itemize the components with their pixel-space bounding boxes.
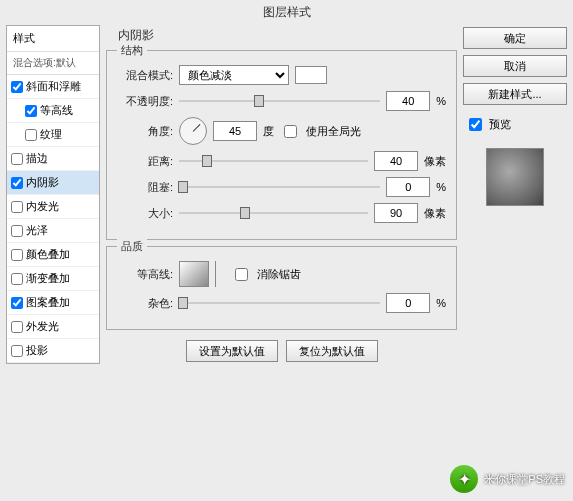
preview-checkbox[interactable] <box>469 118 482 131</box>
sidebar-checkbox-5[interactable] <box>11 201 23 213</box>
opacity-unit: % <box>436 95 446 107</box>
cancel-button[interactable]: 取消 <box>463 55 567 77</box>
opacity-slider[interactable] <box>179 93 380 109</box>
size-label: 大小: <box>117 206 173 221</box>
antialias-checkbox[interactable] <box>235 268 248 281</box>
preview-label: 预览 <box>489 117 511 132</box>
structure-legend: 结构 <box>117 43 147 58</box>
sidebar-checkbox-3[interactable] <box>11 153 23 165</box>
quality-group: 品质 等高线: 消除锯齿 杂色: % <box>106 246 457 330</box>
sidebar-checkbox-9[interactable] <box>11 297 23 309</box>
quality-legend: 品质 <box>117 239 147 254</box>
noise-unit: % <box>436 297 446 309</box>
ok-button[interactable]: 确定 <box>463 27 567 49</box>
sidebar-item-0[interactable]: 斜面和浮雕 <box>7 75 99 99</box>
sidebar-item-11[interactable]: 投影 <box>7 339 99 363</box>
sidebar-item-5[interactable]: 内发光 <box>7 195 99 219</box>
panel-title: 内阴影 <box>118 27 457 44</box>
sidebar-item-2[interactable]: 纹理 <box>7 123 99 147</box>
blendmode-label: 混合模式: <box>117 68 173 83</box>
sidebar-checkbox-8[interactable] <box>11 273 23 285</box>
noise-slider[interactable] <box>179 295 380 311</box>
choke-label: 阻塞: <box>117 180 173 195</box>
structure-group: 结构 混合模式: 颜色减淡 不透明度: % 角度: 度 使用全局光 <box>106 50 457 240</box>
preview-thumbnail <box>486 148 544 206</box>
sidebar-checkbox-11[interactable] <box>11 345 23 357</box>
watermark: ✦ 米你课堂PS教程 <box>450 465 565 493</box>
sidebar-checkbox-4[interactable] <box>11 177 23 189</box>
sidebar-label-0: 斜面和浮雕 <box>26 79 81 94</box>
angle-unit: 度 <box>263 124 274 139</box>
wechat-icon: ✦ <box>450 465 478 493</box>
styles-sidebar: 样式 混合选项:默认 斜面和浮雕等高线纹理描边内阴影内发光光泽颜色叠加渐变叠加图… <box>6 25 100 364</box>
reset-default-button[interactable]: 复位为默认值 <box>286 340 378 362</box>
sidebar-item-8[interactable]: 渐变叠加 <box>7 267 99 291</box>
size-slider[interactable] <box>179 205 368 221</box>
dialog-title: 图层样式 <box>0 0 573 25</box>
sidebar-label-2: 纹理 <box>40 127 62 142</box>
sidebar-label-10: 外发光 <box>26 319 59 334</box>
sidebar-checkbox-2[interactable] <box>25 129 37 141</box>
blend-options[interactable]: 混合选项:默认 <box>7 52 99 75</box>
sidebar-item-7[interactable]: 颜色叠加 <box>7 243 99 267</box>
sidebar-label-3: 描边 <box>26 151 48 166</box>
sidebar-checkbox-6[interactable] <box>11 225 23 237</box>
distance-slider[interactable] <box>179 153 368 169</box>
distance-input[interactable] <box>374 151 418 171</box>
noise-label: 杂色: <box>117 296 173 311</box>
antialias-label: 消除锯齿 <box>257 267 301 282</box>
sidebar-item-9[interactable]: 图案叠加 <box>7 291 99 315</box>
sidebar-item-3[interactable]: 描边 <box>7 147 99 171</box>
sidebar-label-1: 等高线 <box>40 103 73 118</box>
sidebar-item-6[interactable]: 光泽 <box>7 219 99 243</box>
distance-label: 距离: <box>117 154 173 169</box>
choke-slider[interactable] <box>179 179 380 195</box>
set-default-button[interactable]: 设置为默认值 <box>186 340 278 362</box>
sidebar-label-4: 内阴影 <box>26 175 59 190</box>
sidebar-header: 样式 <box>7 26 99 52</box>
choke-input[interactable] <box>386 177 430 197</box>
sidebar-label-9: 图案叠加 <box>26 295 70 310</box>
size-input[interactable] <box>374 203 418 223</box>
angle-input[interactable] <box>213 121 257 141</box>
opacity-input[interactable] <box>386 91 430 111</box>
contour-label: 等高线: <box>117 267 173 282</box>
sidebar-label-8: 渐变叠加 <box>26 271 70 286</box>
right-panel: 确定 取消 新建样式... 预览 <box>463 25 567 364</box>
angle-label: 角度: <box>117 124 173 139</box>
choke-unit: % <box>436 181 446 193</box>
watermark-text: 米你课堂PS教程 <box>484 472 565 487</box>
sidebar-item-4[interactable]: 内阴影 <box>7 171 99 195</box>
global-light-label: 使用全局光 <box>306 124 361 139</box>
sidebar-item-10[interactable]: 外发光 <box>7 315 99 339</box>
size-unit: 像素 <box>424 206 446 221</box>
blendmode-select[interactable]: 颜色减淡 <box>179 65 289 85</box>
sidebar-checkbox-7[interactable] <box>11 249 23 261</box>
opacity-label: 不透明度: <box>117 94 173 109</box>
angle-dial[interactable] <box>179 117 207 145</box>
sidebar-label-6: 光泽 <box>26 223 48 238</box>
sidebar-checkbox-0[interactable] <box>11 81 23 93</box>
distance-unit: 像素 <box>424 154 446 169</box>
sidebar-label-11: 投影 <box>26 343 48 358</box>
sidebar-item-1[interactable]: 等高线 <box>7 99 99 123</box>
sidebar-checkbox-1[interactable] <box>25 105 37 117</box>
main-panel: 内阴影 结构 混合模式: 颜色减淡 不透明度: % 角度: 度 使用全局光 <box>106 25 457 364</box>
contour-dropdown-icon[interactable] <box>215 261 225 287</box>
sidebar-label-5: 内发光 <box>26 199 59 214</box>
sidebar-label-7: 颜色叠加 <box>26 247 70 262</box>
contour-picker[interactable] <box>179 261 209 287</box>
color-swatch[interactable] <box>295 66 327 84</box>
noise-input[interactable] <box>386 293 430 313</box>
global-light-checkbox[interactable] <box>284 125 297 138</box>
sidebar-checkbox-10[interactable] <box>11 321 23 333</box>
new-style-button[interactable]: 新建样式... <box>463 83 567 105</box>
